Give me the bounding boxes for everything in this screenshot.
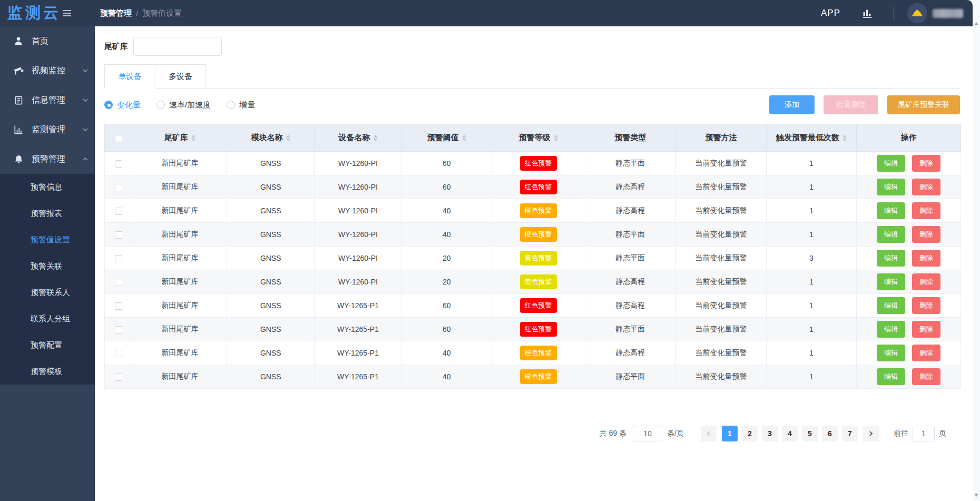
hamburger-menu-icon[interactable] <box>62 9 72 17</box>
page-number-button[interactable]: 4 <box>782 426 798 441</box>
column-header-threshold[interactable]: 预警阈值 <box>401 124 492 152</box>
column-header-min-count[interactable]: 触发预警最低次数 <box>767 124 857 152</box>
goto-page-input[interactable]: 1 <box>913 426 935 441</box>
row-checkbox[interactable] <box>115 160 122 168</box>
sidebar-item-label: 预警管理 <box>32 154 65 165</box>
edit-button[interactable]: 编辑 <box>877 250 905 267</box>
page-number-button[interactable]: 1 <box>722 426 738 441</box>
sidebar-item-video-monitoring[interactable]: 视频监控 <box>0 56 95 85</box>
sidebar-item-info-management[interactable]: 信息管理 <box>0 85 95 115</box>
edit-button[interactable]: 编辑 <box>877 273 905 290</box>
cell-threshold: 40 <box>401 341 492 365</box>
page-size-select[interactable]: 10 <box>633 426 662 441</box>
sort-icon[interactable] <box>462 135 466 141</box>
cell-tailings: 新田尾矿库 <box>133 223 227 247</box>
sidebar-subitem[interactable]: 预警报表 <box>0 200 95 227</box>
scroll-up-arrow-icon[interactable] <box>974 22 978 25</box>
sort-icon[interactable] <box>374 135 378 141</box>
delete-button[interactable]: 删除 <box>912 321 940 338</box>
warning-settings-table: 尾矿库 模块名称 设备名称 预警阈值 预警等级 预警类型 预警方法 触发预警最低… <box>104 124 961 389</box>
delete-button[interactable]: 删除 <box>912 179 940 195</box>
bar-chart-icon <box>13 124 24 135</box>
delete-button[interactable]: 删除 <box>912 297 940 314</box>
sidebar-subitem[interactable]: 预警配置 <box>0 332 95 358</box>
row-checkbox[interactable] <box>115 255 122 262</box>
edit-button[interactable]: 编辑 <box>877 321 905 338</box>
sort-icon[interactable] <box>554 135 558 141</box>
tab-multi-device[interactable]: 多设备 <box>155 64 206 88</box>
radio-rate-acceleration[interactable]: 速率/加速度 <box>156 100 211 110</box>
edit-button[interactable]: 编辑 <box>877 297 905 314</box>
row-checkbox[interactable] <box>115 326 122 333</box>
page-number-button[interactable]: 5 <box>802 426 818 441</box>
sidebar-item-warning-management[interactable]: 预警管理 <box>0 144 95 174</box>
sort-icon[interactable] <box>842 135 847 141</box>
delete-button[interactable]: 删除 <box>912 155 940 172</box>
username-redacted[interactable] <box>933 9 963 18</box>
prev-page-button[interactable] <box>701 426 717 441</box>
column-header-tailings[interactable]: 尾矿库 <box>133 124 227 152</box>
radio-change-amount[interactable]: 变化量 <box>104 100 141 110</box>
radio-circle-icon <box>104 101 113 109</box>
table-row: 新田尾矿库 GNSS WY-1260-PI 40 橙色预警 静态高程 当前变化量… <box>105 199 961 223</box>
tailings-filter-input[interactable] <box>133 37 222 56</box>
sidebar-subitem[interactable]: 联系人分组 <box>0 306 95 332</box>
page-number-button[interactable]: 2 <box>742 426 758 441</box>
add-button[interactable]: 添加 <box>769 95 815 114</box>
sidebar-subitem[interactable]: 预警联系人 <box>0 279 95 306</box>
breadcrumb-section[interactable]: 预警管理 <box>100 8 132 18</box>
page-number-button[interactable]: 6 <box>822 426 838 441</box>
row-checkbox[interactable] <box>115 231 122 239</box>
sidebar-subitem[interactable]: 预警信息 <box>0 174 95 200</box>
sort-icon[interactable] <box>286 135 290 141</box>
statistics-chart-icon[interactable] <box>861 7 873 19</box>
row-checkbox[interactable] <box>115 302 122 310</box>
edit-button[interactable]: 编辑 <box>877 155 905 172</box>
breadcrumb: 预警管理 / 预警值设置 <box>100 8 182 18</box>
page-number-button[interactable]: 7 <box>842 426 858 441</box>
edit-button[interactable]: 编辑 <box>877 368 905 385</box>
cell-module: GNSS <box>227 175 315 199</box>
warning-level-badge: 红色预警 <box>520 156 557 171</box>
column-header-device[interactable]: 设备名称 <box>315 124 402 152</box>
delete-button[interactable]: 删除 <box>912 226 940 243</box>
edit-button[interactable]: 编辑 <box>877 179 905 195</box>
row-checkbox[interactable] <box>115 184 122 191</box>
tab-single-device[interactable]: 单设备 <box>104 64 155 88</box>
page-number-button[interactable]: 3 <box>762 426 778 441</box>
row-checkbox[interactable] <box>115 279 122 286</box>
column-header-level[interactable]: 预警等级 <box>492 124 585 152</box>
delete-button[interactable]: 删除 <box>912 250 940 267</box>
radio-increment[interactable]: 增量 <box>227 100 255 110</box>
scrollbar[interactable] <box>973 0 980 501</box>
cell-tailings: 新田尾矿库 <box>133 199 227 223</box>
cell-device: WY-1260-PI <box>315 270 402 294</box>
next-page-button[interactable] <box>863 426 879 441</box>
row-checkbox[interactable] <box>115 374 122 381</box>
sort-icon[interactable] <box>191 135 195 141</box>
tailings-warning-link-button[interactable]: 尾矿库预警关联 <box>887 95 960 114</box>
column-header-module[interactable]: 模块名称 <box>227 124 315 152</box>
delete-button[interactable]: 删除 <box>912 345 940 361</box>
row-checkbox[interactable] <box>115 350 122 357</box>
delete-button[interactable]: 删除 <box>912 202 940 219</box>
goto-suffix: 页 <box>939 429 946 438</box>
batch-delete-button[interactable]: 批量删除 <box>824 95 878 114</box>
sidebar-subitem[interactable]: 预警值设置 <box>0 227 95 253</box>
edit-button[interactable]: 编辑 <box>877 202 905 219</box>
radio-circle-icon <box>227 101 235 109</box>
avatar[interactable] <box>907 3 927 23</box>
delete-button[interactable]: 删除 <box>912 273 940 290</box>
row-checkbox[interactable] <box>115 208 122 215</box>
edit-button[interactable]: 编辑 <box>877 226 905 243</box>
sidebar-item-home[interactable]: 首页 <box>0 26 95 56</box>
select-all-checkbox[interactable] <box>115 135 122 142</box>
document-icon <box>13 95 24 105</box>
app-link[interactable]: APP <box>821 8 840 18</box>
delete-button[interactable]: 删除 <box>912 368 940 385</box>
sidebar-subitem[interactable]: 预警关联 <box>0 253 95 279</box>
edit-button[interactable]: 编辑 <box>877 345 905 361</box>
scroll-down-arrow-icon[interactable] <box>974 494 978 497</box>
sidebar-subitem[interactable]: 预警模板 <box>0 358 95 385</box>
sidebar-item-monitoring-management[interactable]: 监测管理 <box>0 115 95 144</box>
